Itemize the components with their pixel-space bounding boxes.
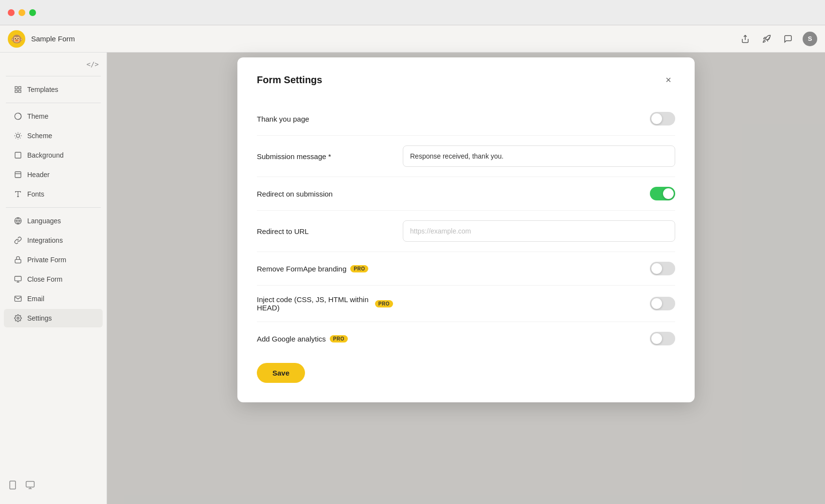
inject-code-toggle[interactable]	[650, 297, 675, 310]
app-logo: 🐵	[8, 30, 25, 48]
sidebar-item-fonts[interactable]: Fonts	[4, 185, 103, 203]
lock-icon	[14, 255, 22, 264]
redirect-to-url-label: Redirect to URL	[257, 227, 393, 235]
code-toggle[interactable]: </>	[0, 58, 107, 72]
google-analytics-label: Add Google analytics PRO	[257, 335, 393, 343]
sidebar-bottom	[0, 474, 107, 498]
google-analytics-thumb	[651, 333, 662, 344]
sidebar-item-theme[interactable]: Theme	[4, 107, 103, 126]
sidebar-divider-2	[6, 207, 101, 208]
remove-branding-toggle[interactable]	[650, 262, 675, 275]
sidebar-item-templates[interactable]: Templates	[4, 80, 103, 99]
svg-rect-15	[15, 172, 21, 178]
svg-line-13	[20, 133, 20, 134]
remove-branding-label: Remove FormApe branding PRO	[257, 265, 393, 273]
sidebar-label-theme: Theme	[27, 112, 49, 120]
sidebar-label-header: Header	[27, 171, 50, 179]
svg-line-8	[16, 133, 16, 134]
submission-message-input[interactable]	[403, 145, 675, 167]
redirect-to-url-control	[403, 220, 675, 242]
remove-branding-thumb	[651, 263, 662, 274]
redirect-on-submission-track	[650, 187, 675, 200]
sidebar-label-scheme: Scheme	[27, 132, 52, 140]
main-layout: </> Templates Theme	[0, 53, 825, 504]
desktop-icon[interactable]	[25, 480, 35, 492]
redirect-on-submission-row: Redirect on submission	[257, 177, 675, 211]
sidebar-label-fonts: Fonts	[27, 190, 44, 198]
sidebar-label-settings: Settings	[27, 314, 52, 322]
svg-rect-28	[26, 482, 35, 487]
sidebar-item-languages[interactable]: Languages	[4, 212, 103, 230]
sidebar-label-templates: Templates	[27, 86, 58, 93]
sidebar-label-languages: Languages	[27, 217, 61, 225]
redirect-to-url-input[interactable]	[403, 220, 675, 242]
remove-branding-track	[650, 262, 675, 275]
sidebar-item-integrations[interactable]: Integrations	[4, 231, 103, 250]
modal-overlay: Form Settings × Thank you page	[107, 53, 825, 504]
remove-branding-pro-badge: PRO	[350, 265, 368, 272]
svg-line-9	[20, 138, 20, 138]
email-icon	[14, 294, 22, 303]
modal-close-button[interactable]: ×	[662, 73, 675, 87]
sidebar-item-private-form[interactable]: Private Form	[4, 251, 103, 269]
close-button[interactable]	[8, 9, 15, 16]
sidebar-label-background: Background	[27, 151, 64, 159]
svg-rect-1	[18, 87, 21, 89]
rocket-icon[interactable]	[760, 32, 773, 46]
thank-you-page-thumb	[651, 113, 662, 124]
sidebar-label-private-form: Private Form	[27, 256, 66, 264]
inject-code-thumb	[651, 298, 662, 309]
sidebar-item-close-form[interactable]: Close Form	[4, 270, 103, 288]
header-actions: S	[738, 32, 817, 46]
svg-rect-26	[10, 481, 16, 489]
sidebar-item-email[interactable]: Email	[4, 289, 103, 308]
scheme-icon	[14, 131, 22, 140]
settings-icon	[14, 314, 22, 323]
fonts-icon	[14, 190, 22, 198]
google-analytics-toggle[interactable]	[650, 332, 675, 345]
svg-rect-14	[15, 152, 21, 158]
logo-emoji: 🐵	[11, 33, 23, 45]
theme-icon	[14, 112, 22, 121]
mobile-icon[interactable]	[8, 480, 18, 492]
thank-you-page-label: Thank you page	[257, 115, 393, 123]
svg-rect-21	[15, 259, 21, 263]
sidebar-item-scheme[interactable]: Scheme	[4, 126, 103, 145]
sidebar-item-settings[interactable]: Settings	[4, 309, 103, 327]
thank-you-page-toggle[interactable]	[650, 112, 675, 126]
inject-code-label: Inject code (CSS, JS, HTML within HEAD) …	[257, 295, 393, 312]
header-icon	[14, 170, 22, 179]
inject-code-row: Inject code (CSS, JS, HTML within HEAD) …	[257, 286, 675, 322]
share-icon[interactable]	[738, 32, 752, 46]
chat-icon[interactable]	[781, 32, 795, 46]
redirect-on-submission-toggle[interactable]	[650, 187, 675, 200]
form-settings-modal: Form Settings × Thank you page	[237, 57, 695, 402]
sidebar-label-email: Email	[27, 295, 44, 303]
maximize-button[interactable]	[29, 9, 36, 16]
sidebar-label-integrations: Integrations	[27, 236, 63, 244]
google-analytics-control	[403, 332, 675, 345]
sidebar-item-header[interactable]: Header	[4, 165, 103, 184]
svg-rect-0	[15, 87, 18, 89]
minimize-button[interactable]	[18, 9, 25, 16]
grid-icon	[14, 85, 22, 94]
modal-title: Form Settings	[257, 74, 322, 86]
svg-rect-3	[18, 90, 21, 92]
traffic-lights	[8, 9, 36, 16]
svg-line-12	[16, 138, 16, 138]
save-button[interactable]: Save	[257, 363, 305, 383]
submission-message-label: Submission message *	[257, 152, 393, 161]
user-avatar[interactable]: S	[803, 32, 817, 46]
modal-header: Form Settings ×	[257, 73, 675, 87]
sidebar-divider-top	[6, 76, 101, 76]
google-analytics-row: Add Google analytics PRO	[257, 322, 675, 355]
sidebar-divider-1	[6, 103, 101, 103]
svg-point-5	[17, 134, 20, 138]
titlebar	[0, 0, 825, 25]
app-title: Sample Form	[31, 35, 75, 43]
redirect-to-url-row: Redirect to URL	[257, 211, 675, 252]
sidebar-item-background[interactable]: Background	[4, 146, 103, 164]
remove-branding-control	[403, 262, 675, 275]
google-analytics-track	[650, 332, 675, 345]
inject-code-track	[650, 297, 675, 310]
